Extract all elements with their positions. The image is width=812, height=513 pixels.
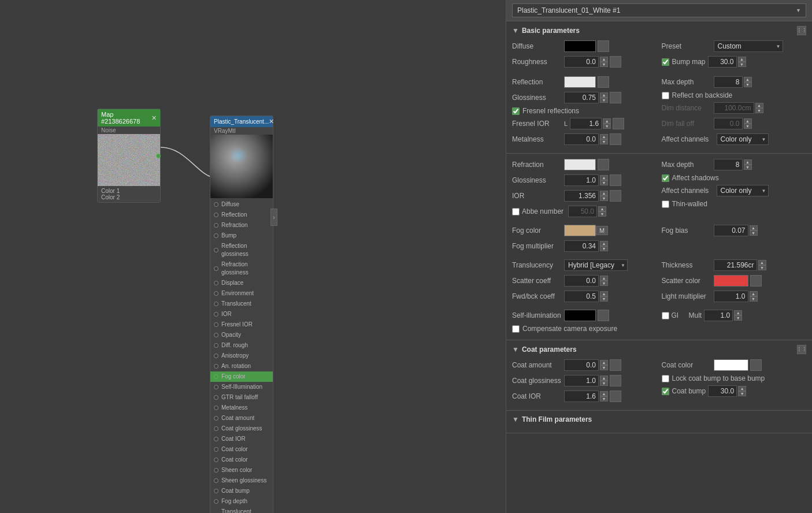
socket-displace[interactable]: Displace <box>210 278 273 288</box>
bump-map-input[interactable] <box>708 56 737 68</box>
scatter-down[interactable]: ▼ <box>600 281 608 286</box>
fwd-down[interactable]: ▼ <box>600 296 608 302</box>
refraction-map-btn[interactable] <box>598 159 609 170</box>
light-mult-down[interactable]: ▼ <box>750 296 758 302</box>
light-mult-up[interactable]: ▲ <box>750 291 758 296</box>
ior-spinbox[interactable]: ▲▼ <box>564 190 608 202</box>
translucency-select[interactable]: Hybrid [Legacy <box>564 259 628 271</box>
ior-up[interactable]: ▲ <box>600 191 608 196</box>
thickness-spinbox[interactable]: ▲▼ <box>714 259 766 271</box>
map-node[interactable]: Map #2138626678 ✕ Noise Color 1 Color 2 <box>97 109 161 203</box>
refr-max-depth-spinbox[interactable]: ▲▼ <box>714 159 752 170</box>
refr-affect-channels-select[interactable]: Color only <box>717 185 769 196</box>
roughness-up[interactable]: ▲ <box>600 57 608 62</box>
refr-maxd-up[interactable]: ▲ <box>744 159 752 165</box>
scatter-up[interactable]: ▲ <box>600 276 608 281</box>
map-node-close[interactable]: ✕ <box>151 114 157 122</box>
socket-coat-gloss[interactable]: Coat glossiness <box>210 423 273 434</box>
mult-down[interactable]: ▼ <box>734 315 742 321</box>
glossiness-down[interactable]: ▼ <box>600 98 608 103</box>
dim-falloff-input[interactable] <box>714 118 743 129</box>
fresnel-checkbox[interactable] <box>512 107 520 115</box>
socket-coat-color2[interactable]: Coat color <box>210 455 273 465</box>
material-header[interactable]: Plastic_Translucent_01_White #1 ▼ <box>506 0 812 21</box>
max-depth-down[interactable]: ▼ <box>744 82 752 87</box>
light-mult-input[interactable] <box>714 291 748 302</box>
abbe-checkbox[interactable] <box>512 208 520 215</box>
coat-gloss-down[interactable]: ▼ <box>600 381 608 386</box>
abbe-spinbox[interactable]: ▲▼ <box>568 206 606 217</box>
roughness-down[interactable]: ▼ <box>600 62 608 67</box>
refr-glossiness-spinbox[interactable]: ▲▼ <box>564 174 608 186</box>
material-name-dropdown[interactable]: Plastic_Translucent_01_White #1 ▼ <box>512 3 806 17</box>
bump-map-checkbox[interactable] <box>662 58 669 66</box>
max-depth-input[interactable] <box>714 76 743 88</box>
socket-fog-color[interactable]: Fog color <box>210 371 273 382</box>
fog-bias-down[interactable]: ▼ <box>750 231 758 236</box>
abbe-down[interactable]: ▼ <box>598 211 606 217</box>
refr-gloss-up[interactable]: ▲ <box>600 175 608 180</box>
socket-coat-ior[interactable]: Coat IOR <box>210 434 273 444</box>
coat-amount-spinbox[interactable]: ▲▼ <box>564 359 608 371</box>
self-illum-swatch[interactable] <box>564 310 596 321</box>
socket-fresnel-ior[interactable]: Fresnel IOR <box>210 319 273 330</box>
reflection-swatch[interactable] <box>564 76 596 88</box>
fog-color-swatch[interactable] <box>564 225 596 236</box>
affect-channels-dropdown-wrapper[interactable]: Color only <box>717 133 769 145</box>
self-illum-map-btn[interactable] <box>598 310 609 321</box>
diffuse-map-btn[interactable] <box>598 40 609 52</box>
refr-glossiness-input[interactable] <box>564 174 599 186</box>
socket-environment[interactable]: Environment <box>210 288 273 299</box>
output-socket[interactable] <box>156 154 161 158</box>
socket-coat-bump[interactable]: Coat bump <box>210 486 273 496</box>
metalness-spinbox[interactable]: ▲▼ <box>564 133 608 145</box>
coat-ior-up[interactable]: ▲ <box>600 391 608 396</box>
socket-self-illum[interactable]: Self-Illumination <box>210 382 273 392</box>
fresnel-ior-up[interactable]: ▲ <box>603 118 611 124</box>
affect-channels-select[interactable]: Color only <box>717 133 769 145</box>
socket-refr-gloss[interactable]: Refraction glossiness <box>210 259 273 278</box>
coat-amount-input[interactable] <box>564 359 599 371</box>
metalness-down[interactable]: ▼ <box>600 139 608 144</box>
socket-sheen-gloss[interactable]: Sheen glossiness <box>210 475 273 486</box>
refr-gloss-map-btn[interactable] <box>610 174 621 186</box>
socket-opacity[interactable]: Opacity <box>210 330 273 340</box>
coat-bump-checkbox[interactable] <box>662 388 669 395</box>
scatter-coeff-spinbox[interactable]: ▲▼ <box>564 275 608 287</box>
coat-ior-spinbox[interactable]: ▲▼ <box>564 391 608 402</box>
glossiness-input[interactable] <box>564 92 599 103</box>
socket-anisotropy[interactable]: Anisotropy <box>210 351 273 361</box>
refr-gloss-down[interactable]: ▼ <box>600 180 608 185</box>
bump-map-up[interactable]: ▲ <box>738 57 746 62</box>
roughness-map-btn[interactable] <box>610 56 621 68</box>
bump-map-down[interactable]: ▼ <box>738 62 746 67</box>
fresnel-ior-input[interactable] <box>570 118 602 129</box>
coat-amt-down[interactable]: ▼ <box>600 365 608 370</box>
roughness-input[interactable] <box>564 56 599 68</box>
fwd-bck-spinbox[interactable]: ▲▼ <box>564 291 608 302</box>
metalness-input[interactable] <box>564 133 599 145</box>
fog-m-btn[interactable]: M <box>596 226 608 235</box>
socket-diff-rough[interactable]: Diff. rough <box>210 340 273 351</box>
mult-up[interactable]: ▲ <box>734 310 742 315</box>
coat-bump-spinbox[interactable]: ▲▼ <box>708 385 746 397</box>
gi-checkbox[interactable] <box>662 312 669 319</box>
coat-glossiness-input[interactable] <box>564 375 599 386</box>
abbe-up[interactable]: ▲ <box>598 206 606 211</box>
reflection-map-btn[interactable] <box>598 76 609 88</box>
glossiness-spinbox[interactable]: ▲▼ <box>564 92 608 103</box>
material-node-close[interactable]: ✕ <box>269 118 274 125</box>
fog-mult-up[interactable]: ▲ <box>600 241 608 246</box>
thin-film-header[interactable]: ▼ Thin Film parameters <box>512 415 806 423</box>
coat-amount-map-btn[interactable] <box>610 359 621 371</box>
socket-refl-gloss[interactable]: Reflection glossiness <box>210 241 273 259</box>
preset-select[interactable]: Custom <box>714 40 783 52</box>
scatter-color-swatch[interactable] <box>714 275 748 287</box>
fwd-up[interactable]: ▲ <box>600 291 608 296</box>
dim-falloff-up[interactable]: ▲ <box>744 118 752 124</box>
collapse-arrow[interactable]: › <box>270 209 277 226</box>
fresnel-ior-spinbox[interactable]: ▲▼ <box>570 118 611 129</box>
dim-falloff-spinbox[interactable]: ▲▼ <box>714 118 752 129</box>
socket-fog-depth[interactable]: Fog depth <box>210 496 273 507</box>
preset-dropdown-wrapper[interactable]: Custom <box>714 40 783 52</box>
